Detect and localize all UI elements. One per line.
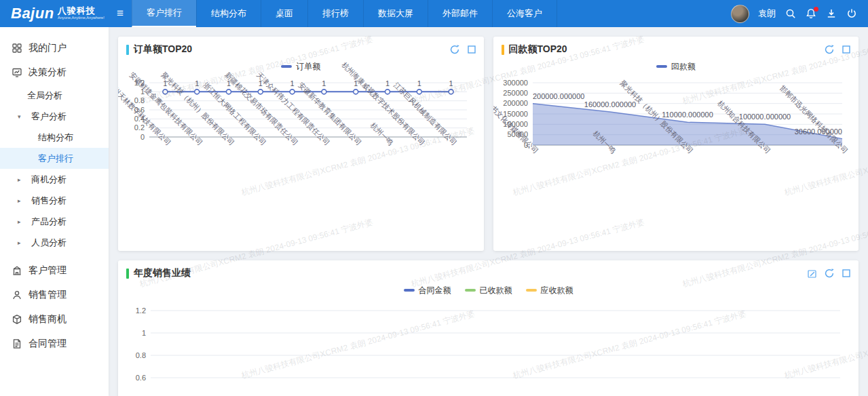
grid-icon [12, 43, 22, 54]
card-accent-bar [126, 269, 129, 279]
svg-text:0.8: 0.8 [135, 351, 145, 359]
legend-item-orders[interactable]: 订单额 [281, 61, 320, 73]
nav-tab-desktop[interactable]: 桌面 [261, 0, 307, 27]
search-icon[interactable] [785, 8, 796, 20]
svg-text:200000.000000: 200000.000000 [533, 92, 584, 100]
svg-text:1: 1 [322, 79, 326, 87]
legend-label: 回款额 [671, 61, 696, 73]
nav-tab-data-screen[interactable]: 数据大屏 [363, 0, 428, 27]
svg-text:0: 0 [140, 133, 145, 141]
svg-text:1: 1 [417, 79, 421, 87]
svg-text:110000.000000: 110000.000000 [662, 111, 713, 119]
sidebar-item-label: 全局分析 [27, 90, 62, 102]
logo-tagline: Anyone,Anytime,Anywhere! [58, 16, 105, 20]
sidebar-item-decision-analysis[interactable]: 决策分析 [0, 60, 109, 85]
collapsed-arrow-icon: ▸ [18, 176, 25, 183]
nav-tabs: 客户排行 结构分布 桌面 排行榜 数据大屏 外部邮件 公海客户 [132, 0, 557, 27]
card-title: 订单额TOP20 [134, 43, 192, 56]
sidebar-item-global-analysis[interactable]: 全局分析 [0, 85, 109, 106]
svg-text:100000.000000: 100000.000000 [738, 113, 790, 121]
refresh-icon[interactable] [825, 269, 834, 278]
sidebar-item-customer-ranking[interactable]: 客户排行 [0, 148, 109, 169]
notification-badge [814, 7, 818, 12]
sidebar: 我的门户 决策分析 全局分析 ▾ 客户分析 结构分布 客户排行 ▸ 商机分析 ▸… [0, 27, 109, 396]
legend-swatch [404, 289, 415, 292]
sidebar-item-label: 我的门户 [29, 42, 67, 54]
sidebar-item-label: 合同管理 [29, 338, 67, 350]
collapsed-arrow-icon: ▸ [18, 218, 25, 225]
fullscreen-icon[interactable] [842, 45, 850, 54]
edit-icon[interactable] [808, 269, 816, 278]
chart-legend: 回款额 [493, 60, 859, 73]
menu-toggle-icon[interactable]: ≡ [109, 0, 132, 27]
svg-text:0.6: 0.6 [135, 374, 145, 382]
sidebar-item-my-portal[interactable]: 我的门户 [0, 36, 109, 60]
user-avatar[interactable] [731, 5, 749, 23]
collapsed-arrow-icon: ▸ [18, 239, 25, 246]
power-logout-icon[interactable] [846, 8, 857, 20]
legend-item-receivable-amount[interactable]: 应收款额 [526, 285, 573, 296]
svg-text:杭州一鸣: 杭州一鸣 [369, 121, 395, 147]
refresh-icon[interactable] [450, 45, 459, 54]
navbar-right: 袁朗 [731, 0, 868, 27]
refresh-icon[interactable] [825, 45, 834, 54]
notifications-bell-icon[interactable] [805, 8, 816, 20]
nav-tab-public-sea-customers[interactable]: 公海客户 [492, 0, 557, 27]
chart-legend: 合同金额 已收款额 应收款额 [118, 283, 858, 297]
sidebar-item-customer-management[interactable]: 客户管理 [0, 258, 109, 283]
fullscreen-icon[interactable] [842, 269, 850, 277]
card-payments-top20: 回款额TOP20 回款额 050000100000150000200000 [493, 37, 859, 251]
chart-legend: 订单额 [118, 60, 484, 73]
legend-item-payments[interactable]: 回款额 [656, 61, 696, 73]
card-accent-bar [126, 45, 129, 55]
svg-text:1.2: 1.2 [135, 306, 145, 315]
sidebar-item-label: 结构分布 [38, 132, 73, 144]
sidebar-item-label: 客户分析 [31, 111, 67, 123]
payments-area-chart: 0500001000001500002000002500003000002000… [497, 73, 852, 236]
user-name[interactable]: 袁朗 [758, 7, 776, 20]
svg-text:160000.000000: 160000.000000 [584, 100, 635, 108]
app-logo[interactable]: Bajun 八骏科技 Anyone,Anytime,Anywhere! [0, 0, 109, 27]
legend-item-received-amount[interactable]: 已收款额 [465, 285, 512, 296]
fullscreen-icon[interactable] [468, 45, 476, 54]
svg-text:300000: 300000 [503, 79, 528, 87]
sidebar-item-label: 决策分析 [29, 66, 67, 79]
svg-text:200000: 200000 [503, 99, 528, 107]
sidebar-item-label: 销售分析 [31, 195, 67, 207]
logo-cn-text: 八骏科技 [58, 6, 116, 16]
sidebar-item-label: 客户管理 [29, 264, 67, 277]
annual-performance-chart: 1.210.80.6 [130, 301, 847, 396]
legend-label: 已收款额 [480, 285, 512, 296]
nav-tab-leaderboard[interactable]: 排行榜 [307, 0, 363, 27]
analysis-monitor-icon [12, 67, 22, 78]
document-icon [12, 338, 22, 349]
sidebar-item-sales-opportunity[interactable]: 销售商机 [0, 307, 109, 332]
svg-text:1: 1 [385, 79, 390, 87]
card-accent-bar [502, 45, 504, 55]
svg-text:1: 1 [449, 79, 453, 87]
sidebar-item-product-analysis[interactable]: ▸ 产品分析 [0, 211, 109, 232]
sidebar-item-label: 商机分析 [31, 174, 67, 186]
svg-text:1: 1 [141, 329, 145, 337]
sidebar-item-label: 产品分析 [31, 216, 67, 228]
sidebar-item-personnel-analysis[interactable]: ▸ 人员分析 [0, 232, 109, 253]
sidebar-item-contract-management[interactable]: 合同管理 [0, 332, 109, 356]
download-icon[interactable] [825, 8, 837, 20]
sidebar-item-structure-distribution[interactable]: 结构分布 [0, 127, 109, 148]
legend-swatch [465, 289, 476, 292]
sidebar-item-sales-management[interactable]: 销售管理 [0, 283, 109, 307]
legend-item-contract-amount[interactable]: 合同金额 [404, 285, 451, 296]
expanded-arrow-icon: ▾ [18, 113, 25, 120]
card-annual-sales-performance: 年度销售业绩 合同金额 已收款额 [118, 260, 858, 396]
sidebar-item-sales-analysis[interactable]: ▸ 销售分析 [0, 190, 109, 211]
svg-text:0.2: 0.2 [134, 123, 145, 132]
orders-line-chart: 00.20.40.60.811.21杭州天林数字科技有限公司1安徽鲜捷金鹰包装科… [122, 73, 476, 236]
nav-tab-customer-ranking[interactable]: 客户排行 [132, 0, 196, 27]
sidebar-item-customer-analysis[interactable]: ▾ 客户分析 [0, 106, 109, 127]
nav-tab-structure-distribution[interactable]: 结构分布 [196, 0, 261, 27]
legend-label: 订单额 [296, 61, 320, 73]
main-content: 订单额TOP20 订单额 00.20.40.60.811.21杭州天林数字 [109, 27, 868, 396]
sidebar-item-opportunity-analysis[interactable]: ▸ 商机分析 [0, 169, 109, 190]
collapsed-arrow-icon: ▸ [18, 197, 25, 204]
nav-tab-external-mail[interactable]: 外部邮件 [428, 0, 492, 27]
